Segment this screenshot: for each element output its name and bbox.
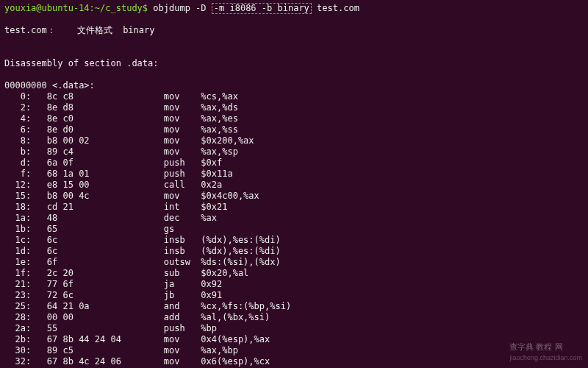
asm-row: 1f: 2c 20 sub $0x20,%al	[4, 268, 584, 279]
asm-row: 12: e8 15 00 call 0x2a	[4, 180, 584, 191]
asm-row: b: 89 c4 mov %ax,%sp	[4, 146, 584, 158]
watermark-top: 查字典 教程 网	[509, 342, 582, 353]
cmd-highlight-box: -m i8086 -b binary	[212, 3, 312, 14]
asm-row: 32: 67 8b 4c 24 06 mov 0x6(%esp),%cx	[4, 356, 584, 367]
asm-row: 8: b8 00 02 mov $0x200,%ax	[4, 135, 584, 146]
asm-row: 2b: 67 8b 44 24 04 mov 0x4(%esp),%ax	[4, 334, 584, 345]
asm-row: 1b: 65 gs	[4, 224, 584, 235]
asm-row: 15: b8 00 4c mov $0x4c00,%ax	[4, 191, 584, 202]
asm-row: 18: cd 21 int $0x21	[4, 202, 584, 213]
asm-row: 2: 8e d8 mov %ax,%ds	[4, 102, 584, 113]
asm-row: 1c: 6c insb (%dx),%es:(%di)	[4, 235, 584, 246]
asm-row: 25: 64 21 0a and %cx,%fs:(%bp,%si)	[4, 301, 584, 312]
asm-row: 28: 00 00 add %al,(%bx,%si)	[4, 312, 584, 323]
asm-row: 1a: 48 dec %ax	[4, 213, 584, 224]
blank-line	[4, 36, 584, 47]
disassembly-listing: 0: 8c c8 mov %cs,%ax 2: 8e d8 mov %ax,%d…	[4, 91, 584, 368]
asm-row: 2a: 55 push %bp	[4, 323, 584, 334]
disassembly-header: Disassembly of section .data:	[4, 58, 584, 69]
asm-row: 23: 72 6c jb 0x91	[4, 290, 584, 301]
asm-row: 0: 8c c8 mov %cs,%ax	[4, 91, 584, 102]
asm-row: 1d: 6c insb (%dx),%es:(%di)	[4, 246, 584, 257]
asm-row: 1e: 6f outsw %ds:(%si),(%dx)	[4, 257, 584, 268]
asm-row: 4: 8e c0 mov %ax,%es	[4, 113, 584, 124]
section-label: 00000000 <.data>:	[4, 80, 584, 91]
cmd-pre: objdump -D	[153, 3, 211, 13]
watermark: 查字典 教程 网 jiaocheng.chazidian.com	[509, 342, 582, 364]
shell-prompt: youxia@ubuntu-14:~/c_study$	[4, 3, 153, 13]
asm-row: 30: 89 c5 mov %ax,%bp	[4, 345, 584, 356]
watermark-bottom: jiaocheng.chazidian.com	[509, 353, 582, 364]
asm-row: f: 68 1a 01 push $0x11a	[4, 169, 584, 180]
blank-line	[4, 14, 584, 25]
asm-row: d: 6a 0f push $0xf	[4, 158, 584, 169]
blank-line	[4, 47, 584, 58]
blank-line	[4, 69, 584, 80]
asm-row: 6: 8e d0 mov %ax,%ss	[4, 124, 584, 135]
command-line[interactable]: youxia@ubuntu-14:~/c_study$ objdump -D -…	[4, 3, 584, 14]
file-format-line: test.com： 文件格式 binary	[4, 25, 584, 36]
cmd-post: test.com	[312, 3, 359, 13]
asm-row: 21: 77 6f ja 0x92	[4, 279, 584, 290]
